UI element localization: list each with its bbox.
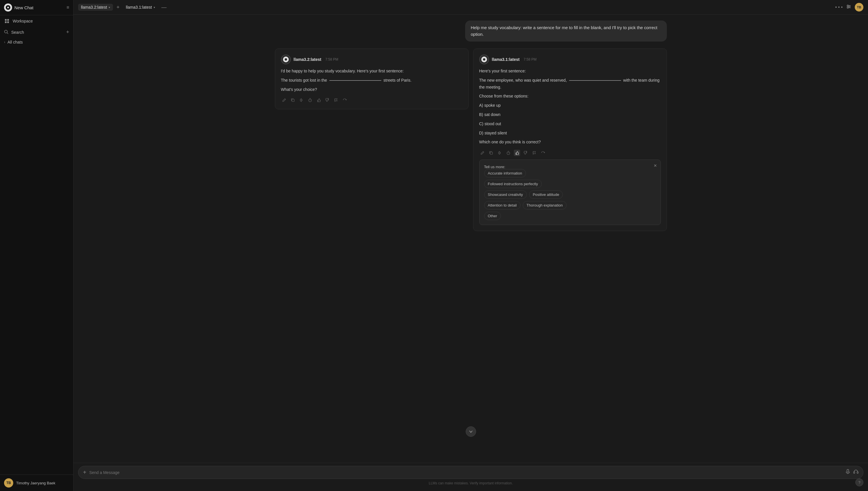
copy-button[interactable] bbox=[290, 97, 296, 103]
app-logo bbox=[4, 3, 12, 11]
copy-button-llama31[interactable] bbox=[488, 150, 494, 156]
main-area: llama3.2:latest ▾ + llama3.1:latest ▾ — … bbox=[73, 0, 868, 491]
footer-note: LLMs can make mistakes. Verify important… bbox=[78, 481, 863, 485]
more-options-button[interactable]: • • • bbox=[835, 5, 843, 10]
refresh-button[interactable] bbox=[341, 97, 348, 103]
all-chats-label: All chats bbox=[7, 40, 23, 45]
svg-rect-22 bbox=[854, 472, 855, 473]
response-llama31: llama3.1:latest 7:58 PM Here's your firs… bbox=[473, 49, 667, 231]
flag-button[interactable] bbox=[333, 97, 339, 103]
new-chat-label: New Chat bbox=[14, 5, 33, 10]
headphone-button[interactable] bbox=[853, 469, 859, 476]
thumbup-button-llama31[interactable] bbox=[514, 150, 520, 156]
thumbup-button[interactable] bbox=[315, 97, 322, 103]
remove-model-button[interactable]: — bbox=[161, 4, 166, 10]
svg-marker-17 bbox=[499, 151, 500, 154]
workspace-label: Workspace bbox=[13, 19, 33, 23]
search-label: Search bbox=[11, 30, 24, 35]
scroll-down-button[interactable] bbox=[466, 426, 476, 437]
svg-point-10 bbox=[849, 6, 850, 7]
avatar: TB bbox=[4, 478, 13, 488]
sidebar-header: New Chat ≡ bbox=[0, 0, 73, 15]
new-chat-button[interactable]: New Chat bbox=[4, 3, 33, 11]
ai-avatar-llama31 bbox=[479, 55, 489, 64]
feedback-options: Accurate information Followed instructio… bbox=[484, 169, 656, 220]
header-user-avatar[interactable]: TB bbox=[855, 3, 863, 11]
add-model-button[interactable]: + bbox=[117, 4, 120, 10]
sidebar-search-button[interactable]: Search + bbox=[0, 27, 73, 37]
feedback-option-creativity[interactable]: Showcased creativity bbox=[484, 191, 527, 199]
message-input-box: + bbox=[78, 466, 863, 479]
response-llama32: llama3.2:latest 7:58 PM I'd be happy to … bbox=[275, 49, 469, 109]
edit-button[interactable] bbox=[281, 97, 287, 103]
timer-button-llama31[interactable] bbox=[505, 150, 512, 156]
user-name: Timothy Jaeryang Baek bbox=[16, 481, 55, 485]
svg-rect-20 bbox=[847, 469, 849, 472]
chevron-right-icon: › bbox=[4, 40, 5, 44]
svg-point-9 bbox=[847, 5, 848, 6]
sidebar-item-workspace[interactable]: Workspace bbox=[0, 15, 73, 27]
thumbdown-button-llama31[interactable] bbox=[523, 150, 529, 156]
svg-marker-13 bbox=[300, 99, 302, 102]
model1-name: llama3.2:latest bbox=[81, 5, 107, 9]
sidebar: New Chat ≡ Workspace Search + bbox=[0, 0, 73, 491]
svg-rect-23 bbox=[857, 472, 858, 473]
svg-rect-16 bbox=[490, 152, 493, 154]
svg-line-5 bbox=[7, 33, 8, 34]
workspace-icon bbox=[4, 18, 10, 24]
input-area: + LLMs can make mistakes. Verify importa… bbox=[73, 463, 868, 491]
message-input[interactable] bbox=[89, 470, 842, 475]
audio-button[interactable] bbox=[298, 97, 305, 103]
feedback-title: Tell us more: bbox=[484, 165, 505, 169]
ai-timestamp-llama31: 7:58 PM bbox=[524, 57, 536, 61]
model2-tab[interactable]: llama3.1:latest ▾ bbox=[123, 4, 158, 11]
timer-button[interactable] bbox=[307, 97, 313, 103]
svg-rect-1 bbox=[7, 19, 9, 21]
ai-responses-container: llama3.2:latest 7:58 PM I'd be happy to … bbox=[269, 49, 673, 231]
svg-rect-12 bbox=[292, 99, 294, 102]
chat-area[interactable]: Help me study vocabulary: write a senten… bbox=[73, 15, 868, 463]
sidebar-user-profile[interactable]: TB Timothy Jaeryang Baek bbox=[0, 474, 73, 491]
settings-button[interactable] bbox=[846, 4, 851, 10]
model1-chevron-icon: ▾ bbox=[108, 6, 110, 9]
edit-button-llama31[interactable] bbox=[479, 150, 486, 156]
help-button[interactable]: ? bbox=[855, 478, 863, 486]
ai-model-name-llama31: llama3.1:latest bbox=[492, 57, 520, 62]
search-icon bbox=[4, 30, 8, 35]
feedback-option-followed[interactable]: Followed instructions perfectly bbox=[484, 180, 542, 188]
menu-icon[interactable]: ≡ bbox=[67, 5, 69, 10]
feedback-option-thorough[interactable]: Thorough explanation bbox=[523, 201, 566, 209]
audio-button-llama31[interactable] bbox=[497, 150, 503, 156]
feedback-popup: Tell us more: ✕ Accurate information Fol… bbox=[479, 160, 661, 225]
model1-tab[interactable]: llama3.2:latest ▾ bbox=[78, 4, 113, 11]
svg-point-11 bbox=[847, 7, 848, 8]
svg-rect-2 bbox=[5, 21, 7, 23]
user-message: Help me study vocabulary: write a senten… bbox=[465, 21, 667, 41]
svg-rect-0 bbox=[5, 19, 7, 21]
ai-message-body-llama31: Here's your first sentence: The new empl… bbox=[479, 68, 661, 146]
svg-rect-3 bbox=[7, 21, 9, 23]
action-bar-llama32 bbox=[281, 97, 463, 103]
model-header: llama3.2:latest ▾ + llama3.1:latest ▾ — … bbox=[73, 0, 868, 15]
ai-avatar-llama32 bbox=[281, 55, 291, 64]
feedback-option-positive[interactable]: Positive attitude bbox=[529, 191, 563, 199]
refresh-button-llama31[interactable] bbox=[540, 150, 546, 156]
ai-model-name-llama32: llama3.2:latest bbox=[293, 57, 321, 62]
flag-button-llama31[interactable] bbox=[531, 150, 537, 156]
new-chat-plus-icon[interactable]: + bbox=[66, 29, 69, 35]
attach-button[interactable]: + bbox=[83, 469, 87, 476]
feedback-close-button[interactable]: ✕ bbox=[654, 163, 657, 168]
feedback-option-attention[interactable]: Attention to detail bbox=[484, 201, 521, 209]
ai-message-body-llama32: I'd be happy to help you study vocabular… bbox=[281, 68, 463, 93]
all-chats-item[interactable]: › All chats bbox=[0, 37, 73, 47]
thumbdown-button[interactable] bbox=[324, 97, 331, 103]
model2-name: llama3.1:latest bbox=[126, 5, 152, 9]
feedback-option-accurate[interactable]: Accurate information bbox=[484, 169, 526, 177]
model2-chevron-icon: ▾ bbox=[154, 6, 155, 9]
microphone-button[interactable] bbox=[845, 469, 850, 476]
ai-timestamp-llama32: 7:58 PM bbox=[326, 57, 338, 61]
feedback-option-other[interactable]: Other bbox=[484, 212, 501, 220]
action-bar-llama31 bbox=[479, 150, 661, 156]
user-message-container: Help me study vocabulary: write a senten… bbox=[269, 21, 673, 41]
